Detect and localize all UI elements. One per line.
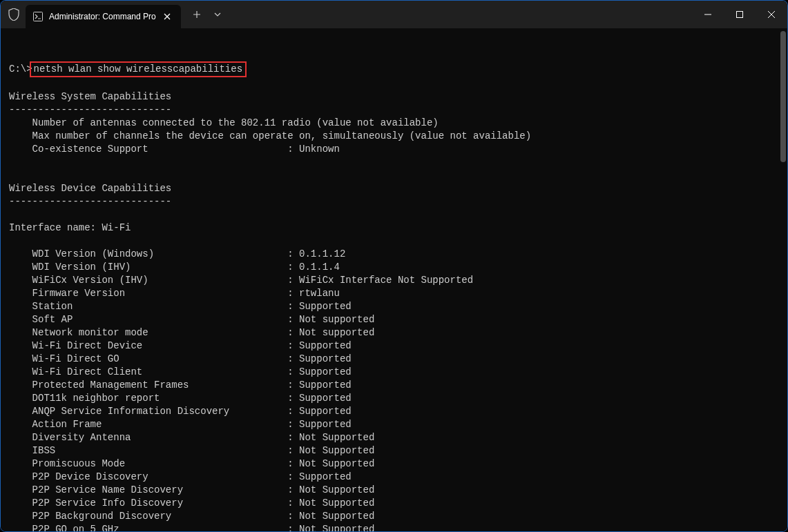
interface-name: Interface name: Wi-Fi	[9, 222, 131, 233]
svg-rect-0	[34, 12, 43, 21]
system-caps-dashes: ----------------------------	[9, 104, 171, 115]
maximize-button[interactable]	[724, 1, 756, 28]
close-window-button[interactable]	[756, 1, 787, 28]
shield-icon	[6, 7, 21, 22]
tab-command-prompt[interactable]: Administrator: Command Pro	[26, 5, 181, 28]
window-controls	[692, 1, 787, 28]
tab-dropdown-button[interactable]	[207, 4, 228, 25]
scrollbar-thumb[interactable]	[780, 31, 786, 162]
device-rows: WDI Version (Windows) : 0.1.1.12 WDI Ver…	[9, 248, 473, 531]
close-tab-icon[interactable]	[162, 11, 173, 22]
system-line-1: Max number of channels the device can op…	[9, 130, 531, 141]
system-line-0: Number of antennas connected to the 802.…	[9, 117, 439, 128]
system-line-2: Co-existence Support : Unknown	[9, 144, 340, 155]
tab-title: Administrator: Command Pro	[49, 12, 156, 21]
svg-rect-7	[737, 12, 743, 18]
command-text: netsh wlan show wirelesscapabilities	[34, 63, 242, 75]
titlebar-left: Administrator: Command Pro	[1, 1, 228, 28]
system-caps-title: Wireless System Capabilities	[9, 91, 171, 102]
device-caps-dashes: ----------------------------	[9, 196, 171, 207]
new-tab-button[interactable]	[186, 4, 207, 25]
command-highlight: netsh wlan show wirelesscapabilities	[30, 61, 247, 77]
device-caps-title: Wireless Device Capabilities	[9, 183, 171, 194]
terminal-output: C:\>netsh wlan show wirelesscapabilities…	[9, 48, 787, 531]
terminal-area[interactable]: C:\>netsh wlan show wirelesscapabilities…	[1, 28, 787, 531]
prompt: C:\>	[9, 63, 32, 75]
cmd-icon	[32, 11, 44, 22]
titlebar: Administrator: Command Pro	[1, 1, 787, 28]
minimize-button[interactable]	[692, 1, 724, 28]
